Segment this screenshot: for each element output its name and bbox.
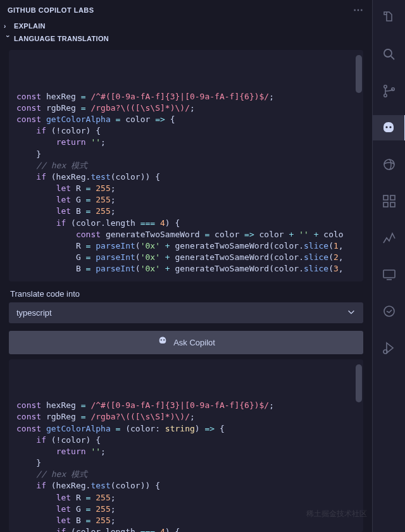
scrollbar[interactable] bbox=[356, 55, 362, 93]
chevron-right-icon: › bbox=[4, 23, 11, 30]
copilot-icon[interactable] bbox=[373, 115, 406, 140]
svg-rect-9 bbox=[390, 202, 395, 207]
code-line: G = parseInt('0x' + generateTwoSameWord(… bbox=[16, 252, 356, 263]
copilot-labs-panel: GITHUB COPILOT LABS ⋯ › EXPLAIN › LANGUA… bbox=[0, 0, 372, 532]
code-line: } bbox=[16, 457, 356, 469]
graph-icon[interactable] bbox=[373, 225, 406, 251]
code-line: if (hexReg.test(color)) { bbox=[16, 480, 356, 492]
section-explain[interactable]: › EXPLAIN bbox=[0, 20, 372, 32]
files-icon[interactable] bbox=[373, 5, 406, 30]
svg-point-4 bbox=[385, 126, 387, 128]
chevron-down-icon: › bbox=[4, 35, 11, 42]
code-line: if (!color) { bbox=[16, 125, 356, 137]
section-translation[interactable]: › LANGUAGE TRANSLATION bbox=[0, 32, 372, 45]
code-line: let G = 255; bbox=[16, 194, 356, 206]
svg-rect-11 bbox=[383, 270, 395, 278]
panel-header: GITHUB COPILOT LABS ⋯ bbox=[0, 0, 372, 20]
code-line: R = parseInt('0x' + generateTwoSameWord(… bbox=[16, 240, 356, 252]
svg-point-6 bbox=[384, 159, 394, 170]
more-icon[interactable]: ⋯ bbox=[353, 4, 364, 16]
code-line: let B = 255; bbox=[16, 515, 356, 526]
translate-label: Translate code into bbox=[9, 281, 363, 302]
code-line: if (color.length === 4) { bbox=[16, 218, 356, 229]
svg-point-2 bbox=[383, 94, 386, 97]
activity-bar bbox=[372, 0, 405, 532]
section-explain-label: EXPLAIN bbox=[14, 22, 46, 30]
language-select[interactable]: typescript bbox=[9, 302, 363, 323]
svg-rect-7 bbox=[383, 195, 388, 200]
code-line: B = parseInt('0x' + generateTwoSameWord(… bbox=[16, 263, 356, 275]
code-line: const getColorAlpha = color => { bbox=[16, 114, 356, 125]
svg-rect-8 bbox=[383, 202, 388, 207]
code-line: let R = 255; bbox=[16, 492, 356, 504]
input-code-box[interactable]: const hexReg = /^#([0-9a-fA-f]{3}|[0-9a-… bbox=[9, 50, 363, 281]
ask-copilot-button[interactable]: Ask Copilot bbox=[9, 331, 363, 354]
language-selected-value: typescript bbox=[16, 308, 52, 318]
section-translation-label: LANGUAGE TRANSLATION bbox=[14, 35, 109, 42]
code-line: const getColorAlpha = (color: string) =>… bbox=[16, 423, 356, 435]
code-line: let R = 255; bbox=[16, 183, 356, 194]
code-line: const rgbReg = /rgba?\(([\s\S]*)\)/; bbox=[16, 411, 356, 423]
scrollbar[interactable] bbox=[356, 364, 362, 402]
svg-point-1 bbox=[383, 85, 386, 88]
code-line: if (hexReg.test(color)) { bbox=[16, 171, 356, 183]
code-line: return ''; bbox=[16, 137, 356, 148]
code-line: const hexReg = /^#([0-9a-fA-f]{3}|[0-9a-… bbox=[16, 91, 356, 102]
debug-icon[interactable] bbox=[373, 335, 406, 361]
branch-icon[interactable] bbox=[373, 78, 406, 104]
copilot-icon bbox=[157, 336, 168, 349]
code-line: let B = 255; bbox=[16, 206, 356, 217]
code-line: let G = 255; bbox=[16, 504, 356, 515]
openai-icon[interactable] bbox=[373, 152, 406, 177]
search-icon[interactable] bbox=[373, 42, 406, 67]
code-line: if (color.length === 4) { bbox=[16, 526, 356, 532]
svg-rect-10 bbox=[390, 195, 395, 200]
code-line: const hexReg = /^#([0-9a-fA-f]{3}|[0-9a-… bbox=[16, 400, 356, 411]
translation-body: const hexReg = /^#([0-9a-fA-f]{3}|[0-9a-… bbox=[0, 45, 372, 532]
code-line: // hex 模式 bbox=[16, 469, 356, 480]
timeline-icon[interactable] bbox=[373, 299, 406, 324]
code-line: const generateTwoSameWord = color => col… bbox=[16, 229, 356, 240]
remote-icon[interactable] bbox=[373, 262, 406, 287]
svg-point-0 bbox=[384, 49, 392, 57]
code-line: return ''; bbox=[16, 446, 356, 457]
output-code-box[interactable]: const hexReg = /^#([0-9a-fA-f]{3}|[0-9a-… bbox=[9, 359, 363, 532]
code-line: const rgbReg = /rgba?\(([\s\S]*)\)/; bbox=[16, 102, 356, 114]
panel-title: GITHUB COPILOT LABS bbox=[8, 6, 94, 14]
code-line: if (!color) { bbox=[16, 435, 356, 446]
chevron-down-icon bbox=[347, 307, 356, 318]
svg-point-12 bbox=[384, 306, 394, 316]
code-line: } bbox=[16, 149, 356, 160]
code-line: // hex 模式 bbox=[16, 160, 356, 171]
extensions-icon[interactable] bbox=[373, 189, 406, 214]
svg-point-5 bbox=[389, 126, 391, 128]
ask-copilot-label: Ask Copilot bbox=[173, 338, 215, 347]
